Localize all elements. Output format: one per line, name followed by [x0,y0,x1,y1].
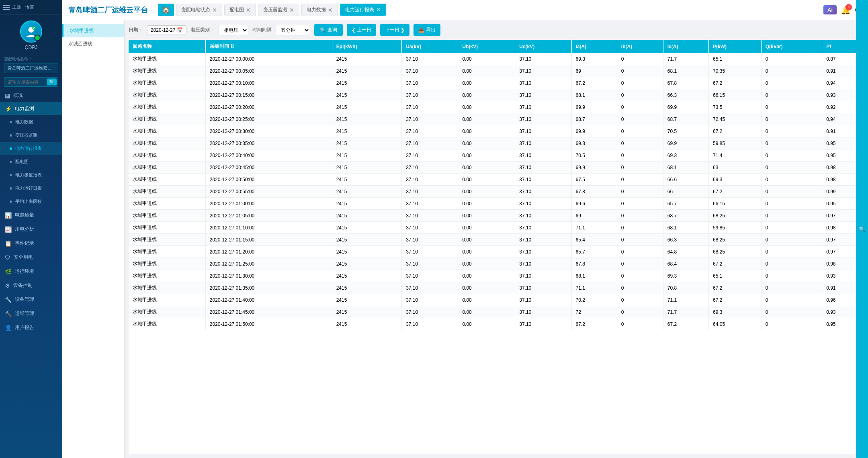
table-cell: 0.00 [458,65,515,77]
table-cell: 37.10 [515,186,571,198]
tab-powerdata[interactable]: 电力数据 ✕ [301,4,338,16]
table-cell: 0.00 [458,318,515,330]
sidebar-item-control[interactable]: ⚙ 设备控制 [0,278,62,292]
table-cell: 68.7 [663,210,708,222]
table-cell: 0 [761,65,822,77]
hamburger-menu[interactable] [3,5,10,10]
sidebar-item-energy[interactable]: 📊 电能质量 [0,208,62,222]
table-cell: 68.25 [709,210,762,222]
voltage-select[interactable]: 相电压 线电压 [219,25,248,35]
toolbar: 日期： 2020-12-27 📅 电压类别： 相电压 线电压 时间间隔 五分钟 … [129,24,864,36]
table-cell: 0 [761,174,822,186]
sidebar-search-button[interactable]: 🔍 [47,79,57,86]
tool-icon: 🔧 [5,296,12,303]
notification-button[interactable]: 🔔 4 [841,5,851,15]
tab-substatus[interactable]: 变配电站状态 ✕ [176,4,222,16]
table-cell: 0 [617,282,663,294]
close-icon[interactable]: ✕ [328,7,333,13]
table-cell: 0.00 [458,137,515,149]
table-cell: 71.1 [663,294,708,306]
table-cell: 2415 [332,282,402,294]
tab-diagram[interactable]: 配电图 ✕ [224,4,256,16]
table-cell: 2020-12-27 01:15:00 [205,234,332,246]
table-cell: 0 [761,198,822,210]
table-cell: 66.15 [709,89,762,101]
table-cell: 69.9 [571,125,617,137]
tab-transformer[interactable]: 变压器监测 ✕ [258,4,299,16]
ai-button[interactable]: Ai [823,5,837,14]
sidebar-item-powermon[interactable]: ⚡ 电力监测 [0,102,62,115]
close-icon[interactable]: ✕ [289,7,294,13]
close-icon[interactable]: ✕ [212,7,217,13]
station-name[interactable]: 青岛啤酒二厂运维云平台 [4,63,58,73]
status-badge [34,35,41,41]
table-cell: 0.00 [458,149,515,162]
table-cell: 37.10 [402,258,458,270]
table-cell: 37.10 [515,210,571,222]
table-cell: 65.1 [709,53,762,65]
sidebar-header: 主题｜语言 [0,0,62,14]
table-cell: 37.10 [515,282,571,294]
circuit-item-yixian[interactable]: 水城乙进线 [62,37,124,51]
sidebar-item-diagram[interactable]: 配电图 [0,155,62,168]
close-icon[interactable]: ✕ [376,7,381,12]
chevron-left-icon: ❮ [352,27,356,33]
sidebar-item-runreport[interactable]: 电力运行报表 [0,142,62,155]
avatar [20,20,42,43]
table-cell: 67.2 [571,77,617,89]
table-cell: 37.10 [402,246,458,258]
table-cell: 59.85 [709,137,762,149]
table-cell: 68.1 [571,89,617,101]
sidebar-item-env[interactable]: 🌿 运行环境 [0,264,62,278]
table-cell: 0.00 [458,270,515,282]
query-button[interactable]: 🔍 查询 [314,24,343,36]
next-day-button[interactable]: 下一日 ❯ [380,24,409,36]
col-epi: Epi(kWh) [332,40,402,53]
left-panel: 水城甲进线 水城乙进线 [62,20,125,458]
table-cell: 69.3 [571,137,617,149]
prev-label: 上一日 [357,27,371,33]
sidebar-item-events[interactable]: 📋 事件记录 [0,236,62,250]
table-cell: 0.00 [458,186,515,198]
home-button[interactable]: 🏠 [158,4,174,16]
tab-runreport[interactable]: 电力运行报表 ✕ [340,4,386,16]
prev-day-button[interactable]: ❮ 上一日 [347,24,376,36]
table-cell: 69 [571,210,617,222]
table-cell: 37.10 [402,53,458,65]
table-row: 水城甲进线2020-12-27 01:35:00241537.100.0037.… [129,282,864,294]
table-cell: 0 [761,53,822,65]
sidebar-item-userreport[interactable]: 👤 用户报告 [0,321,62,335]
table-cell: 68.1 [663,162,708,174]
sidebar-item-dayreport[interactable]: 电力运行日报 [0,182,62,195]
sidebar-item-mgmt[interactable]: 🔧 设备管理 [0,292,62,307]
table-cell: 37.10 [515,294,571,306]
export-button[interactable]: 📤 导出 [414,24,440,36]
sidebar-item-safety[interactable]: 🛡 安全用电 [0,250,62,264]
table-cell: 2020-12-27 01:05:00 [205,210,332,222]
table-cell: 71.4 [709,149,762,162]
table-cell: 2415 [332,125,402,137]
station-search-button[interactable]: 🔍 [856,0,868,458]
table-cell: 67.8 [571,258,617,270]
circuit-item-jiaxian[interactable]: 水城甲进线 [62,24,124,37]
sidebar-item-label: 运维管理 [15,310,34,317]
sidebar-item-label: 设备控制 [13,282,33,289]
sidebar-item-powerdata[interactable]: 电力数据 [0,115,62,129]
interval-select[interactable]: 五分钟 十五分钟 三十分钟 一小时 [276,25,310,35]
table-cell: 37.10 [515,222,571,234]
sidebar-item-overview[interactable]: ▦ 概况 [0,89,62,102]
close-icon[interactable]: ✕ [246,7,251,13]
table-cell: 0 [617,198,663,210]
sidebar-item-transformer[interactable]: 变压器监测 [0,129,62,142]
sidebar-item-analysis[interactable]: 📈 用电分析 [0,222,62,236]
sidebar-theme-label: 主题｜语言 [12,4,34,10]
sidebar-item-powerfactor[interactable]: 平均功率因数 [0,195,62,208]
date-picker[interactable]: 2020-12-27 📅 [147,25,186,35]
table-row: 水城甲进线2020-12-27 00:15:00241537.100.0037.… [129,89,864,101]
sidebar-item-opsmgmt[interactable]: 🔨 运维管理 [0,307,62,321]
sidebar-item-label: 用户报告 [15,324,34,331]
table-cell: 67.2 [709,258,762,270]
table-cell: 59.85 [709,222,762,234]
sidebar-item-extremal[interactable]: 电力极值报表 [0,168,62,182]
table-cell: 68.4 [663,258,708,270]
